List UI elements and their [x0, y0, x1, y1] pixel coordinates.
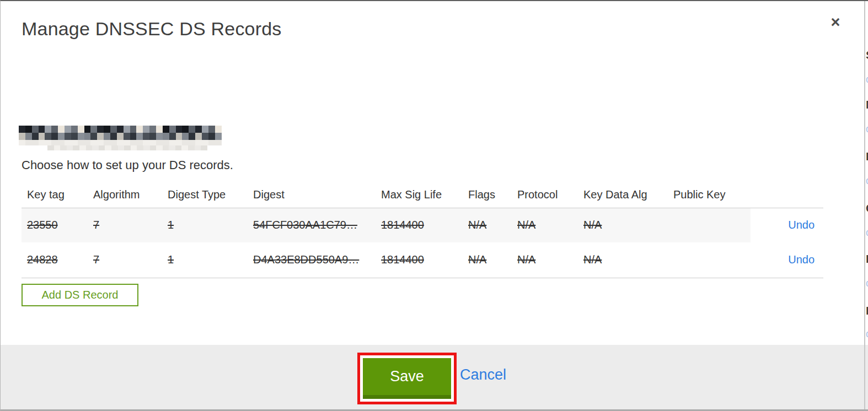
undo-link[interactable]: Undo [788, 253, 815, 266]
cell-key-data-alg: N/A [578, 208, 668, 242]
redacted-pixel [32, 140, 39, 145]
cell-protocol: N/A [512, 208, 578, 242]
redacted-pixel [150, 145, 157, 150]
redacted-pixel [181, 145, 188, 150]
col-header-key-data-alg: Key Data Alg [578, 182, 668, 208]
redacted-pixel [202, 133, 208, 140]
col-header-digest-type: Digest Type [162, 182, 248, 208]
redacted-pixel [208, 140, 215, 145]
col-header-key-tag: Key tag [22, 182, 88, 208]
redacted-pixel [202, 126, 208, 133]
redacted-pixel [208, 133, 215, 140]
redacted-pixel [124, 126, 130, 133]
undo-link[interactable]: Undo [788, 219, 815, 231]
redacted-pixel [195, 140, 202, 145]
cancel-link[interactable]: Cancel [460, 366, 506, 383]
setup-instruction-text: Choose how to set up your DS records. [22, 158, 233, 172]
background-link-fragment: d [866, 123, 868, 135]
redacted-pixel [54, 145, 61, 150]
redacted-pixel [176, 126, 183, 133]
redacted-pixel [143, 140, 149, 145]
redacted-pixel [137, 145, 143, 150]
background-link-fragment: d [866, 74, 868, 85]
redacted-pixel [19, 140, 25, 145]
redacted-pixel [124, 140, 130, 145]
redacted-pixel [215, 133, 222, 140]
redacted-pixel [131, 145, 137, 150]
cell-protocol: N/A [512, 242, 578, 278]
cell-digest: 54FCF030AA1C79… [248, 208, 376, 242]
cell-max-sig-life: 1814400 [376, 242, 463, 278]
redacted-pixel [110, 133, 117, 140]
redacted-pixel [58, 140, 65, 145]
redacted-pixel [51, 133, 58, 140]
redacted-pixel [105, 145, 111, 150]
redacted-pixel [67, 145, 73, 150]
redacted-pixel [124, 145, 131, 150]
cell-digest: D4A33E8DD550A9… [248, 242, 376, 278]
redacted-pixel [156, 133, 163, 140]
redacted-pixel [39, 133, 45, 140]
ds-record-row: 235507154FCF030AA1C79…1814400N/AN/AN/AUn… [22, 208, 823, 242]
redacted-pixel [71, 140, 78, 145]
redacted-pixel [104, 126, 110, 133]
cell-key-data-alg: N/A [578, 242, 668, 278]
col-header-digest: Digest [248, 182, 376, 208]
cell-public-key [668, 208, 751, 242]
col-header-public-key: Public Key [668, 182, 751, 208]
cell-public-key [668, 242, 751, 278]
redacted-domain-artifact [47, 145, 207, 150]
col-header-algorithm: Algorithm [88, 182, 162, 208]
redacted-pixel [143, 145, 150, 150]
background-letter-fragment: L [866, 150, 868, 163]
redacted-pixel [32, 133, 39, 140]
background-letter-fragment: S [866, 48, 868, 62]
cell-flags: N/A [463, 242, 512, 278]
save-button[interactable]: Save [363, 358, 451, 399]
redacted-pixel [97, 140, 104, 145]
redacted-pixel [51, 126, 58, 133]
redacted-pixel [71, 126, 78, 133]
redacted-pixel [175, 145, 182, 150]
background-page-edge-footer [865, 345, 868, 410]
redacted-pixel [90, 133, 97, 140]
close-icon[interactable]: × [826, 12, 845, 32]
redacted-pixel [163, 133, 169, 140]
redacted-pixel [58, 126, 65, 133]
col-header-flags: Flags [463, 182, 512, 208]
redacted-pixel [163, 140, 169, 145]
background-link-fragment: d [866, 175, 868, 187]
redacted-pixel [124, 133, 130, 140]
add-ds-record-button[interactable]: Add DS Record [22, 284, 138, 306]
cell-action: Undo [751, 208, 823, 242]
col-header-protocol: Protocol [512, 182, 578, 208]
redacted-pixel [189, 126, 195, 133]
redacted-pixel [25, 133, 32, 140]
redacted-pixel [149, 133, 156, 140]
redacted-pixel [19, 133, 25, 140]
cell-key-tag: 23550 [22, 208, 88, 242]
redacted-pixel [163, 126, 169, 133]
background-link-fragment: d [866, 328, 868, 340]
redacted-pixel [110, 126, 117, 133]
red-highlight-annotation: Save [357, 353, 457, 404]
redacted-pixel [156, 140, 163, 145]
redacted-pixel [65, 126, 71, 133]
cell-flags: N/A [463, 208, 512, 242]
redacted-pixel [73, 145, 79, 150]
redacted-pixel [136, 140, 143, 145]
redacted-pixel [60, 145, 67, 150]
redacted-pixel [169, 126, 176, 133]
redacted-pixel [39, 126, 45, 133]
redacted-pixel [117, 133, 124, 140]
redacted-pixel [136, 133, 143, 140]
redacted-pixel [78, 126, 84, 133]
redacted-pixel [99, 145, 105, 150]
background-letter-fragment: C [866, 202, 868, 215]
redacted-pixel [189, 133, 195, 140]
redacted-pixel [156, 126, 163, 133]
redacted-pixel [32, 126, 39, 133]
redacted-pixel [39, 140, 45, 145]
cell-action: Undo [751, 242, 823, 278]
redacted-pixel [215, 140, 222, 145]
